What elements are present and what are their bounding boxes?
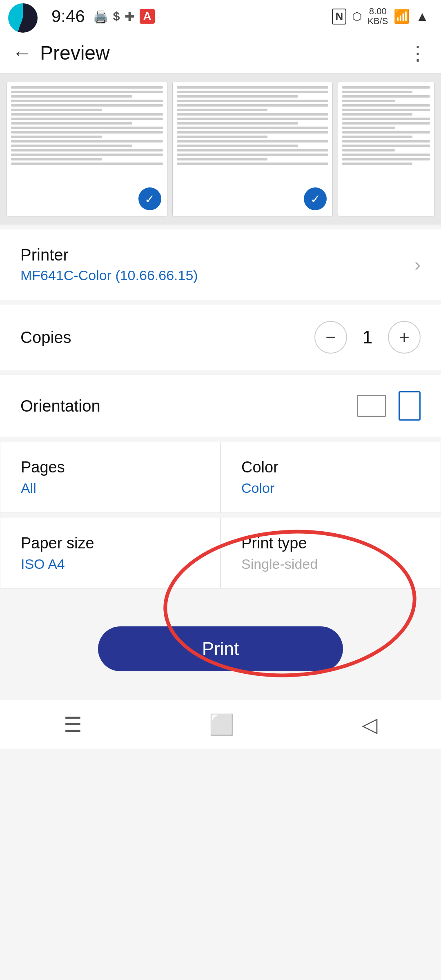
preview-page-3[interactable]	[338, 82, 434, 216]
preview-line	[342, 113, 412, 116]
bluetooth-icon: ⬡	[352, 10, 362, 23]
copies-controls: − 1 +	[314, 321, 421, 354]
preview-line	[342, 109, 430, 111]
preview-line	[177, 100, 329, 102]
paper-size-cell[interactable]: Paper size ISO A4	[0, 518, 220, 589]
preview-line	[11, 109, 102, 111]
preview-line	[177, 136, 268, 138]
preview-line	[177, 104, 329, 107]
preview-line	[11, 145, 132, 147]
preview-line	[342, 145, 430, 147]
preview-line	[177, 122, 298, 125]
print-type-label: Print type	[241, 535, 420, 552]
printer-section[interactable]: Printer MF641C-Color (10.66.66.15) ›	[0, 229, 441, 300]
more-options-button[interactable]: ⋮	[408, 42, 429, 65]
orientation-section: Orientation	[0, 375, 441, 437]
preview-line	[342, 95, 430, 98]
preview-line	[11, 122, 132, 125]
preview-line	[11, 163, 163, 165]
preview-section: ✓ ✓	[0, 74, 441, 225]
color-cell[interactable]: Color Color	[220, 442, 441, 513]
preview-line	[177, 91, 329, 93]
preview-line	[11, 104, 163, 107]
preview-line	[177, 140, 329, 143]
copies-label: Copies	[20, 328, 71, 347]
copies-increment-button[interactable]: +	[388, 321, 421, 354]
preview-line	[11, 158, 102, 160]
copies-decrement-button[interactable]: −	[314, 321, 347, 354]
preview-line	[342, 158, 430, 160]
wifi-icon: 📶	[394, 9, 410, 24]
color-label: Color	[241, 459, 420, 476]
printer-value: MF641C-Color (10.66.66.15)	[20, 267, 198, 283]
orientation-label: Orientation	[20, 397, 100, 415]
preview-line	[342, 149, 395, 151]
preview-line	[342, 86, 430, 89]
dollar-icon: $	[113, 9, 120, 23]
signal-icon: ▲	[416, 9, 429, 24]
preview-line	[177, 149, 329, 151]
menu-icon[interactable]: ☰	[64, 713, 82, 737]
pages-cell[interactable]: Pages All	[0, 442, 220, 513]
preview-line	[11, 100, 163, 102]
preview-line	[342, 131, 430, 134]
preview-line	[342, 91, 412, 93]
nfc-icon: N	[332, 9, 346, 24]
portrait-orientation-button[interactable]	[399, 391, 421, 421]
page-color-grid: Pages All Color Color	[0, 442, 441, 513]
back-button[interactable]: ←	[12, 42, 32, 64]
print-button-section: Print	[0, 610, 441, 688]
preview-line	[342, 163, 412, 165]
landscape-orientation-button[interactable]	[357, 395, 386, 417]
preview-line	[11, 140, 163, 143]
preview-page-1[interactable]: ✓	[7, 82, 167, 216]
paper-size-value: ISO A4	[21, 556, 200, 572]
preview-line	[11, 149, 163, 151]
preview-line	[11, 131, 163, 134]
preview-line	[11, 154, 163, 156]
printer-label: Printer	[20, 246, 198, 264]
print-status-icon: 🖨️	[93, 9, 108, 24]
preview-line	[342, 104, 430, 107]
printer-info: Printer MF641C-Color (10.66.66.15)	[20, 246, 198, 283]
preview-line	[342, 140, 430, 143]
network-speed: 8.00KB/S	[368, 7, 388, 26]
paper-printtype-grid: Paper size ISO A4 Print type Single-side…	[0, 518, 441, 589]
page-title: Preview	[40, 42, 400, 64]
preview-line	[11, 95, 132, 98]
preview-line	[11, 118, 163, 120]
preview-line	[342, 118, 430, 120]
plus-icon: ✚	[125, 9, 135, 24]
spacer-2	[0, 688, 441, 700]
preview-line	[177, 113, 329, 116]
preview-page-2[interactable]: ✓	[172, 82, 333, 216]
page-selected-check-1: ✓	[138, 187, 161, 210]
home-icon[interactable]: ⬜	[209, 713, 234, 737]
print-type-cell[interactable]: Print type Single-sided	[220, 518, 441, 589]
preview-line	[11, 86, 163, 89]
preview-line	[177, 145, 298, 147]
orientation-icons	[357, 391, 421, 421]
pages-label: Pages	[21, 459, 200, 476]
preview-line	[11, 127, 163, 129]
preview-line	[342, 100, 395, 102]
navigation-bar: ☰ ⬜ ◁	[0, 700, 441, 749]
preview-line	[342, 122, 430, 125]
copies-section: Copies − 1 +	[0, 305, 441, 370]
color-value: Color	[241, 480, 420, 496]
printer-chevron-icon: ›	[414, 254, 421, 275]
preview-line	[11, 113, 163, 116]
preview-line	[177, 158, 268, 160]
preview-line	[177, 86, 329, 89]
paper-size-label: Paper size	[21, 535, 200, 552]
preview-line	[177, 95, 298, 98]
preview-line	[177, 127, 329, 129]
copies-value: 1	[359, 327, 376, 347]
print-button[interactable]: Print	[98, 626, 343, 671]
back-nav-icon[interactable]: ◁	[362, 713, 377, 737]
preview-line	[11, 136, 102, 138]
preview-line	[177, 118, 329, 120]
a-icon: A	[140, 9, 154, 24]
preview-line	[177, 131, 329, 134]
print-type-value: Single-sided	[241, 556, 420, 572]
